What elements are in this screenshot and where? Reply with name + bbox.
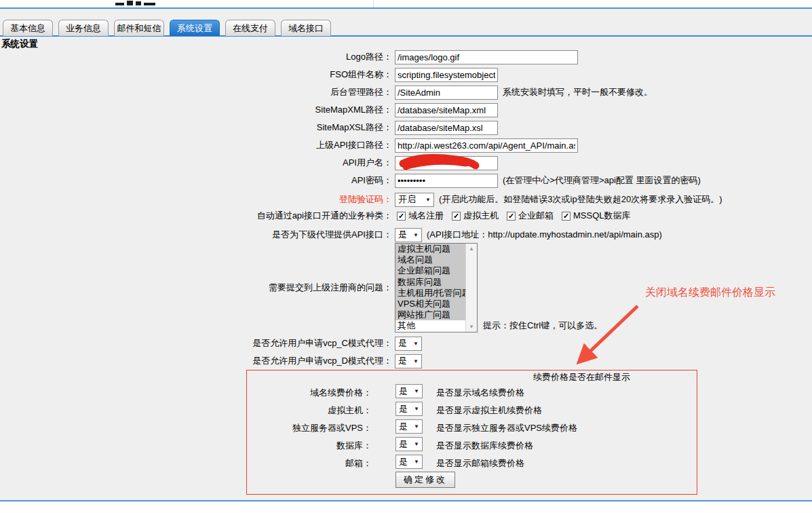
- top-blue-rule: [0, 7, 812, 9]
- form-row-auto-services: 自动通过api接口开通的业务种类： 域名注册 虚拟主机 企业邮箱 MSSQL数据…: [0, 207, 812, 225]
- hosting-renewal-desc: 是否显示虚拟主机续费价格: [436, 404, 542, 417]
- domain-renewal-desc: 是否显示域名续费价格: [436, 387, 524, 399]
- captcha-note: (开启此功能后。如登陆错误3次或ip登陆失败超20次将要求录入验证码。): [439, 193, 722, 206]
- redaction-scribble: [396, 154, 484, 172]
- vcp-d-select[interactable]: 是 ▼: [395, 354, 422, 368]
- logo-path-input[interactable]: [395, 50, 578, 64]
- api-path-input[interactable]: [395, 138, 578, 153]
- server-renewal-select[interactable]: 是▼: [395, 419, 423, 434]
- scroll-down-icon[interactable]: ▼: [466, 322, 477, 332]
- dropdown-arrow-icon: ▼: [413, 358, 419, 364]
- top-cropped-band: [0, 0, 812, 7]
- tab-mail-sms[interactable]: 邮件和短信: [114, 20, 164, 36]
- database-renewal-label: 数据库：: [0, 440, 372, 452]
- questions-multiselect[interactable]: 虚拟主机问题 域名问题 企业邮箱问题 数据库问题 主机租用/托管问题 VPS相关…: [395, 243, 478, 332]
- multiselect-scrollbar[interactable]: ▲ ▼: [465, 244, 477, 332]
- server-renewal-label: 独立服务器或VPS：: [0, 422, 372, 434]
- vcp-d-select-value: 是: [398, 355, 407, 367]
- cropped-text-fragment: [115, 3, 124, 5]
- form-row-vcp-d: 是否允许用户申请vcp_D模式代理： 是 ▼: [0, 352, 812, 370]
- list-item[interactable]: 主机租用/托管问题: [395, 288, 465, 299]
- form-row-captcha: 登陆验证码： 开启 ▼ (开启此功能后。如登陆错误3次或ip登陆失败超20次将要…: [0, 191, 812, 208]
- settings-tab-bar: 基本信息 业务信息 邮件和短信 系统设置 在线支付 域名接口: [3, 20, 331, 36]
- mailbox-renewal-select[interactable]: 是▼: [395, 455, 423, 469]
- api-password-label: API密码：: [0, 174, 392, 187]
- hosting-checkbox[interactable]: [452, 212, 461, 221]
- database-renewal-desc: 是否显示数据库续费价格: [436, 440, 533, 452]
- dropdown-arrow-icon: ▼: [425, 197, 431, 203]
- form-row-sitemap-xsl: SiteMapXSL路径：: [0, 119, 812, 136]
- sub-api-select-value: 是: [398, 229, 407, 241]
- bottom-white-band: [0, 501, 812, 513]
- sitemap-xsl-label: SiteMapXSL路径：: [0, 121, 392, 134]
- tab-business-info[interactable]: 业务信息: [58, 20, 109, 36]
- api-password-note: (在管理中心>代理商管理>api配置 里面设置的密码): [503, 174, 701, 187]
- domain-renewal-select[interactable]: 是▼: [395, 384, 423, 398]
- admin-path-input[interactable]: [395, 86, 498, 100]
- list-item[interactable]: 网站推广问题: [395, 309, 465, 320]
- captcha-select-value: 开启: [398, 193, 416, 206]
- admin-path-note: 系统安装时填写，平时一般不要修改。: [503, 86, 653, 98]
- form-row-sub-api: 是否为下级代理提供API接口： 是 ▼ (API接口地址：http://upda…: [0, 226, 812, 244]
- list-item[interactable]: 数据库问题: [395, 277, 465, 288]
- hosting-renewal-select[interactable]: 是▼: [395, 402, 423, 416]
- handwritten-annotation: 关闭域名续费邮件价格显示: [645, 286, 775, 300]
- sitemap-xml-input[interactable]: [395, 103, 498, 117]
- dropdown-arrow-icon: ▼: [414, 459, 419, 465]
- top-divider: [373, 0, 374, 7]
- list-item[interactable]: 虚拟主机问题: [395, 244, 465, 254]
- form-row-api-path: 上级API接口路径：: [0, 136, 812, 154]
- cropped-text-fragment: [144, 3, 155, 5]
- list-item[interactable]: 域名问题: [395, 254, 465, 265]
- form-row-fso: FSO组件名称：: [0, 66, 812, 83]
- questions-list: 虚拟主机问题 域名问题 企业邮箱问题 数据库问题 主机租用/托管问题 VPS相关…: [395, 244, 465, 332]
- dropdown-arrow-icon: ▼: [414, 406, 419, 412]
- sitemap-xsl-input[interactable]: [395, 121, 498, 135]
- auto-services-group: 域名注册 虚拟主机 企业邮箱 MSSQL数据库: [397, 210, 631, 222]
- form-row-admin-path: 后台管理路径： 系统安装时填写，平时一般不要修改。: [0, 83, 812, 101]
- vcp-c-label: 是否允许用户申请vcp_C模式代理：: [0, 337, 392, 349]
- captcha-select[interactable]: 开启 ▼: [395, 193, 434, 207]
- dropdown-arrow-icon: ▼: [414, 441, 419, 447]
- tab-system-settings[interactable]: 系统设置: [170, 20, 220, 36]
- list-item[interactable]: 企业邮箱问题: [395, 265, 465, 276]
- scroll-up-icon[interactable]: ▲: [466, 244, 477, 254]
- service-mssql: MSSQL数据库: [562, 210, 631, 222]
- tab-basic-info[interactable]: 基本信息: [3, 20, 53, 36]
- sub-api-note: (API接口地址：http://update.myhostadmin.net/a…: [427, 229, 662, 241]
- domain-renewal-label: 域名续费价格：: [0, 387, 372, 399]
- hosting-checkbox-label: 虚拟主机: [463, 210, 499, 222]
- tab-domain-api[interactable]: 域名接口: [281, 20, 331, 36]
- mailbox-checkbox[interactable]: [507, 212, 516, 221]
- domain-renewal-select-value: 是: [399, 385, 408, 398]
- list-item[interactable]: 其他: [395, 320, 465, 331]
- list-item[interactable]: VPS相关问题: [395, 299, 465, 309]
- mssql-checkbox[interactable]: [562, 212, 571, 221]
- logo-path-label: Logo路径：: [0, 51, 392, 63]
- sub-api-label: 是否为下级代理提供API接口：: [0, 229, 392, 241]
- server-renewal-select-value: 是: [399, 421, 408, 433]
- vcp-c-select[interactable]: 是 ▼: [395, 337, 422, 351]
- form-row-vcp-c: 是否允许用户申请vcp_C模式代理： 是 ▼: [0, 335, 812, 352]
- database-renewal-select[interactable]: 是▼: [395, 437, 423, 451]
- api-password-input[interactable]: [395, 174, 498, 188]
- service-hosting: 虚拟主机: [452, 210, 499, 222]
- api-user-label: API用户名：: [0, 157, 392, 169]
- domain-checkbox-label: 域名注册: [408, 210, 444, 222]
- domain-checkbox[interactable]: [397, 212, 406, 221]
- dropdown-arrow-icon: ▼: [413, 232, 419, 238]
- hosting-renewal-select-value: 是: [399, 403, 408, 415]
- sub-api-select[interactable]: 是 ▼: [395, 228, 422, 242]
- dropdown-arrow-icon: ▼: [414, 388, 419, 394]
- api-path-label: 上级API接口路径：: [0, 139, 392, 151]
- captcha-label: 登陆验证码：: [0, 193, 392, 206]
- confirm-modify-button[interactable]: 确定修改: [395, 472, 455, 488]
- tab-online-payment[interactable]: 在线支付: [225, 20, 275, 36]
- dropdown-arrow-icon: ▼: [413, 341, 419, 347]
- dropdown-arrow-icon: ▼: [414, 423, 419, 430]
- sitemap-xml-label: SiteMapXML路径：: [0, 104, 392, 116]
- server-renewal-desc: 是否显示独立服务器或VPS续费价格: [436, 422, 577, 434]
- mssql-checkbox-label: MSSQL数据库: [573, 210, 631, 222]
- vcp-d-label: 是否允许用户申请vcp_D模式代理：: [0, 355, 392, 367]
- fso-name-input[interactable]: [395, 68, 498, 82]
